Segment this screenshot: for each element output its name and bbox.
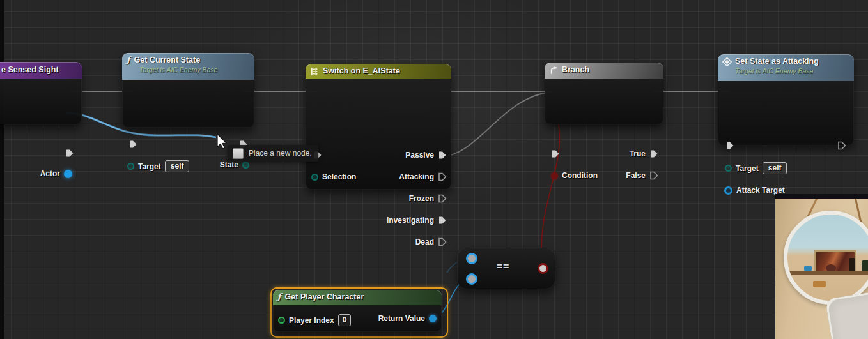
selection-pin-label: Selection bbox=[322, 172, 356, 181]
state-pin-label: State bbox=[220, 160, 238, 169]
true-pin-label: True bbox=[630, 149, 646, 158]
selection-pin[interactable] bbox=[311, 174, 318, 181]
return-value-pin[interactable] bbox=[429, 315, 437, 322]
target-pin[interactable] bbox=[127, 163, 134, 170]
equal-input-pin-b[interactable] bbox=[466, 273, 477, 285]
node-branch-header[interactable]: Branch bbox=[545, 63, 663, 79]
place-node-tooltip: Place a new node. bbox=[228, 145, 318, 162]
condition-pin-label: Condition bbox=[562, 171, 598, 180]
switch-case-label: Attacking bbox=[399, 172, 434, 181]
blueprint-graph-canvas[interactable]: e Sensed Sight Actor ƒ Get Current State… bbox=[0, 0, 868, 339]
node-switch-header[interactable]: Switch on E_AIState bbox=[306, 64, 451, 79]
exec-out-pin-false[interactable] bbox=[649, 171, 658, 180]
branch-icon bbox=[549, 66, 559, 75]
state-pin[interactable] bbox=[242, 162, 249, 169]
node-title: Get Current State bbox=[134, 56, 201, 65]
exec-in-pin[interactable] bbox=[128, 140, 137, 149]
target-pin[interactable] bbox=[725, 165, 732, 172]
exec-in-pin[interactable] bbox=[551, 149, 560, 158]
node-get-player-character[interactable]: ƒ Get Player Character Player Index 0 Re… bbox=[273, 290, 442, 332]
node-set-state-header[interactable]: Set State as Attacking Target is AIC Ene… bbox=[718, 54, 854, 81]
switch-case-label: Dead bbox=[415, 237, 434, 246]
webcam-overlay bbox=[775, 194, 868, 339]
shelf-item bbox=[813, 281, 826, 287]
node-branch[interactable]: Branch True Condition False bbox=[545, 63, 663, 124]
node-title: Switch on E_AIState bbox=[323, 66, 400, 76]
node-get-current-state[interactable]: ƒ Get Current State Target is AIC Enemy … bbox=[122, 53, 254, 128]
exec-out-pin-attacking[interactable] bbox=[438, 172, 447, 181]
switch-icon bbox=[310, 67, 320, 76]
wire-exec-investigating-branch[interactable] bbox=[441, 92, 552, 156]
condition-pin[interactable] bbox=[551, 172, 558, 179]
target-value-field[interactable]: self bbox=[165, 160, 190, 172]
false-pin-label: False bbox=[626, 171, 646, 180]
attack-target-pin[interactable] bbox=[724, 186, 732, 195]
node-sensed-sight[interactable]: e Sensed Sight Actor bbox=[0, 62, 82, 124]
wooden-shelf bbox=[787, 271, 868, 275]
target-pin-label: Target bbox=[138, 162, 161, 171]
round-mirror bbox=[784, 211, 868, 305]
wire-bool-equal-condition[interactable] bbox=[541, 116, 559, 264]
node-title: e Sensed Sight bbox=[1, 65, 59, 75]
exec-in-pin[interactable] bbox=[725, 141, 734, 150]
tooltip-text: Place a new node. bbox=[249, 149, 312, 158]
exec-out-pin-dead[interactable] bbox=[438, 237, 447, 246]
node-equal-equal[interactable]: == bbox=[457, 248, 555, 289]
node-title: Branch bbox=[562, 65, 589, 75]
actor-pin[interactable] bbox=[64, 170, 72, 178]
equal-operator: == bbox=[457, 261, 549, 273]
equal-output-pin[interactable] bbox=[538, 263, 548, 274]
node-subtitle: Target is AIC Enemy Base bbox=[735, 67, 813, 75]
function-icon: ƒ bbox=[127, 56, 130, 64]
switch-case-label: Passive bbox=[405, 151, 434, 160]
new-node-icon bbox=[233, 148, 244, 159]
actor-pin-label: Actor bbox=[40, 169, 60, 178]
event-diamond-icon bbox=[722, 57, 732, 66]
target-pin-label: Target bbox=[736, 164, 759, 173]
player-index-value-field[interactable]: 0 bbox=[338, 314, 352, 326]
exec-out-pin-passive[interactable] bbox=[438, 151, 447, 160]
target-value-field[interactable]: self bbox=[763, 162, 787, 174]
switch-case-label: Investigating bbox=[387, 216, 434, 225]
switch-case-label: Frozen bbox=[409, 194, 434, 203]
node-get-player-character-selection: ƒ Get Player Character Player Index 0 Re… bbox=[270, 287, 448, 338]
exec-out-pin-frozen[interactable] bbox=[438, 194, 447, 203]
attack-target-pin-label: Attack Target bbox=[736, 186, 785, 195]
player-index-pin-label: Player Index bbox=[289, 316, 334, 325]
function-icon: ƒ bbox=[277, 292, 281, 301]
node-sensed-sight-header[interactable]: e Sensed Sight bbox=[0, 62, 82, 79]
exec-out-pin-investigating[interactable] bbox=[438, 216, 447, 225]
node-switch-on-e-aistate[interactable]: Switch on E_AIState Selection Passive At… bbox=[306, 64, 451, 190]
exec-out-pin[interactable] bbox=[837, 141, 846, 150]
exec-out-pin-true[interactable] bbox=[649, 149, 658, 158]
node-get-current-state-header[interactable]: ƒ Get Current State Target is AIC Enemy … bbox=[122, 53, 254, 80]
node-title: Get Player Character bbox=[285, 292, 364, 302]
node-get-player-character-header[interactable]: ƒ Get Player Character bbox=[273, 290, 442, 305]
node-set-state-as-attacking[interactable]: Set State as Attacking Target is AIC Ene… bbox=[718, 54, 854, 146]
node-subtitle: Target is AIC Enemy Base bbox=[139, 66, 217, 73]
return-value-pin-label: Return Value bbox=[378, 314, 425, 323]
exec-out-pin[interactable] bbox=[65, 149, 74, 158]
player-index-pin[interactable] bbox=[278, 317, 285, 324]
mouse-cursor bbox=[215, 133, 228, 151]
node-title: Set State as Attacking bbox=[735, 57, 819, 66]
